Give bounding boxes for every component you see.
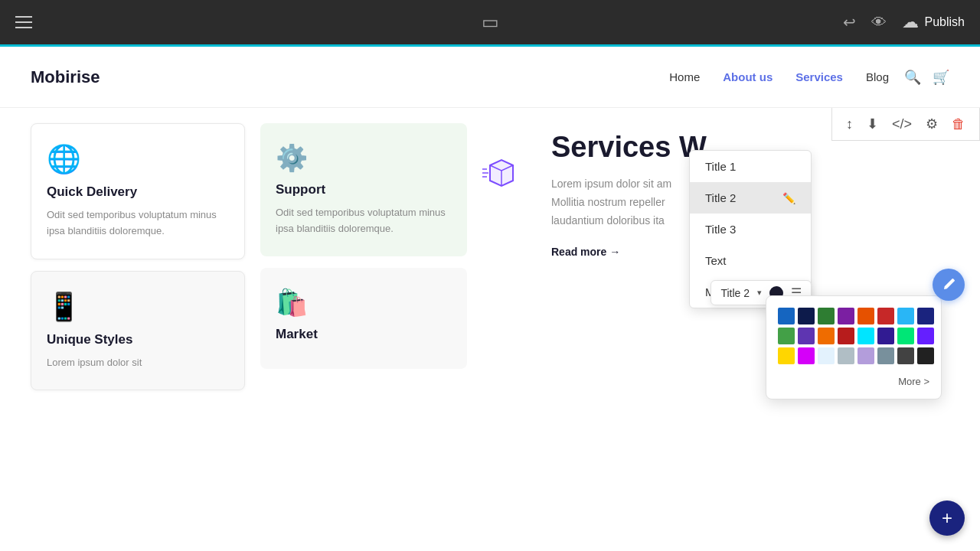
more-colors-button[interactable]: More >	[778, 372, 929, 387]
add-block-fab[interactable]: +	[929, 500, 965, 536]
globe-icon: 🌐	[47, 143, 229, 175]
card-text-1: Odit sed temporibus voluptatum minus ips…	[47, 207, 229, 240]
bag-icon: 🛍️	[276, 287, 452, 318]
publish-label: Publish	[925, 15, 965, 29]
settings-block-button[interactable]: ⚙	[920, 112, 944, 135]
nav-link-about[interactable]: About us	[723, 70, 773, 83]
color-palette: More >	[766, 295, 942, 399]
edit-icon: ✏️	[782, 192, 795, 204]
palette-color-9[interactable]	[798, 328, 815, 344]
card-title-2: Support	[276, 182, 452, 197]
nav-link-blog[interactable]: Blog	[866, 70, 889, 83]
support-card: ⚙️ Support Odit sed temporibus voluptatu…	[260, 123, 467, 256]
nav-bar: Mobirise Home About us Services Blog 🔍 🛒	[0, 47, 980, 108]
top-bar: ▭ ↩ 👁 ☁ Publish	[0, 0, 980, 44]
nav-links: Home About us Services Blog	[669, 70, 889, 83]
undo-button[interactable]: ↩	[843, 13, 856, 31]
top-bar-right: ↩ 👁 ☁ Publish	[843, 12, 965, 32]
palette-color-10[interactable]	[818, 328, 835, 344]
screen-icon: 📱	[47, 291, 229, 323]
palette-color-19[interactable]	[838, 347, 854, 364]
purple-box-decoration	[482, 154, 521, 192]
palette-color-11[interactable]	[838, 328, 854, 344]
palette-color-21[interactable]	[877, 347, 894, 364]
card-text-3: Lorem ipsum dolor sit	[47, 355, 229, 371]
format-label[interactable]: Title 2	[720, 287, 750, 299]
palette-color-13[interactable]	[877, 328, 894, 344]
site-logo: Mobirise	[31, 67, 100, 87]
palette-color-5[interactable]	[877, 308, 894, 324]
cart-icon[interactable]: 🛒	[933, 69, 949, 86]
cards-column-2: ⚙️ Support Odit sed temporibus voluptatu…	[260, 123, 467, 536]
website-preview: Mobirise Home About us Services Blog 🔍 🛒…	[0, 47, 980, 551]
card-text-2: Odit sed temporibus voluptatum minus ips…	[276, 205, 452, 237]
palette-color-16[interactable]	[778, 347, 795, 364]
nav-link-home[interactable]: Home	[669, 70, 700, 83]
cloud-icon: ☁	[902, 12, 919, 32]
palette-grid	[778, 308, 929, 364]
delete-block-button[interactable]: 🗑	[946, 113, 972, 135]
palette-color-3[interactable]	[838, 308, 854, 324]
palette-color-0[interactable]	[778, 308, 795, 324]
top-bar-left	[15, 16, 32, 28]
palette-color-6[interactable]	[897, 308, 914, 324]
palette-color-1[interactable]	[798, 308, 815, 324]
palette-color-17[interactable]	[798, 347, 815, 364]
card-title-1: Quick Delivery	[47, 184, 229, 200]
move-block-button[interactable]: ↕	[840, 113, 859, 135]
read-more-link[interactable]: Read more →	[551, 246, 620, 258]
palette-color-2[interactable]	[818, 308, 835, 324]
download-block-button[interactable]: ⬇	[861, 112, 884, 135]
dropdown-title1[interactable]: Title 1	[690, 151, 811, 182]
palette-color-15[interactable]	[917, 328, 934, 344]
code-block-button[interactable]: </>	[886, 113, 918, 135]
quick-delivery-card: 🌐 Quick Delivery Odit sed temporibus vol…	[31, 123, 245, 259]
plus-icon: +	[942, 507, 952, 529]
palette-color-22[interactable]	[897, 347, 914, 364]
dropdown-text[interactable]: Text	[690, 245, 811, 276]
dropdown-title2[interactable]: Title 2 ✏️	[690, 182, 811, 214]
search-icon[interactable]: 🔍	[904, 69, 921, 86]
unique-styles-card: 📱 Unique Styles Lorem ipsum dolor sit	[31, 271, 245, 391]
gear-card-icon: ⚙️	[276, 142, 452, 173]
top-bar-center: ▭	[482, 11, 499, 33]
block-toolbar: ↕ ⬇ </> ⚙ 🗑	[831, 108, 980, 141]
preview-button[interactable]: 👁	[871, 14, 887, 31]
card-title-3: Unique Styles	[47, 332, 229, 347]
palette-color-14[interactable]	[897, 328, 914, 344]
palette-color-18[interactable]	[818, 347, 835, 364]
hamburger-menu[interactable]	[15, 16, 32, 28]
dropdown-title3[interactable]: Title 3	[690, 214, 811, 245]
palette-color-20[interactable]	[858, 347, 874, 364]
edit-fab-button[interactable]	[933, 269, 965, 301]
nav-link-services[interactable]: Services	[795, 70, 843, 83]
cards-column-1: 🌐 Quick Delivery Odit sed temporibus vol…	[31, 123, 245, 536]
nav-actions: 🔍 🛒	[904, 69, 949, 86]
format-caret[interactable]: ▾	[757, 288, 762, 298]
palette-color-4[interactable]	[858, 308, 874, 324]
market-card: 🛍️ Market	[260, 268, 467, 369]
publish-button[interactable]: ☁ Publish	[902, 12, 965, 32]
palette-color-7[interactable]	[917, 308, 934, 324]
phone-preview-icon[interactable]: ▭	[482, 11, 499, 32]
card-title-4: Market	[276, 327, 452, 342]
palette-color-23[interactable]	[917, 347, 934, 364]
palette-color-8[interactable]	[778, 328, 795, 344]
palette-color-12[interactable]	[858, 328, 874, 344]
